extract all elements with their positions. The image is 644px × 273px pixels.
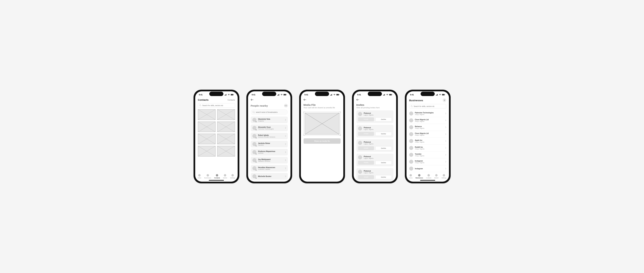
tab-home[interactable]: Home (409, 174, 412, 179)
search-input[interactable] (202, 105, 234, 106)
svg-rect-32 (389, 94, 392, 95)
search-input[interactable] (256, 111, 286, 113)
person-name: Kindness Mapaminau (258, 150, 284, 152)
business-row[interactable]: Apple Inc Abuja, Nigeria (409, 138, 446, 145)
contact-card[interactable] (198, 146, 216, 156)
phone-frame-people-nearby: 9:41 People nearby ((•)) Gbeminiyi (246, 90, 292, 183)
tab-settings[interactable]: Settings (230, 174, 235, 179)
contact-card[interactable] (198, 109, 216, 120)
home-indicator[interactable] (420, 180, 435, 181)
person-row[interactable]: Robert Ighalo Extreme Scrubb Ventures (251, 133, 288, 139)
tab-contacts[interactable]: Contacts (214, 174, 220, 179)
tab-bar: Home Businesses Contacts Market Settings (195, 173, 238, 179)
person-row[interactable]: Mitchelle Booker (251, 173, 288, 180)
svg-point-24 (253, 111, 254, 113)
business-name: Reddit Inc (415, 146, 444, 148)
avatar (252, 134, 256, 138)
phone-frame-media-file: 9:41 Media File Your card will be shared… (299, 90, 345, 183)
avatar (409, 160, 413, 164)
business-row[interactable]: Instagram (409, 165, 446, 172)
accept-button[interactable]: Accept (358, 132, 374, 136)
tab-settings[interactable]: Settings (442, 174, 446, 179)
contact-card[interactable] (217, 122, 235, 132)
person-row[interactable]: Gbeminiyi Sola Zugapay (251, 117, 288, 123)
page-title: Media File (304, 103, 340, 106)
decline-button[interactable]: Decline (375, 175, 392, 179)
person-company: Delloitte (258, 152, 284, 154)
accept-button[interactable]: Accept (358, 175, 374, 179)
search-box[interactable] (409, 104, 446, 108)
decline-button[interactable]: Decline (375, 161, 392, 165)
tab-market[interactable]: Market (223, 174, 227, 179)
svg-point-3 (200, 105, 201, 106)
tab-market[interactable]: Market (434, 174, 438, 179)
decline-button[interactable]: Decline (375, 117, 392, 121)
business-location: Abuja, Nigeria (415, 155, 444, 157)
contact-card[interactable] (217, 146, 235, 156)
svg-line-4 (201, 106, 201, 106)
business-row[interactable]: Youtube Abuja, Nigeria (409, 151, 446, 158)
search-input[interactable] (414, 105, 445, 107)
tab-contacts[interactable]: Contacts (426, 174, 431, 179)
wifi-icon (228, 94, 230, 96)
business-row[interactable]: Cisco Nigeria Ltd Abuja, Nigeria (409, 131, 446, 138)
contact-card-grid (198, 109, 235, 156)
chevron-right-icon (445, 161, 446, 163)
chevron-right-icon (445, 140, 446, 142)
chevron-right-icon (445, 113, 446, 114)
avatar (358, 126, 362, 130)
add-business-icon[interactable] (442, 98, 446, 102)
business-row[interactable]: Cisco Nigeria Ltd Abuja, Nigeria (409, 117, 446, 124)
header: Businesses (406, 97, 449, 103)
accept-button[interactable]: Accept (358, 146, 374, 150)
page-subtitle: Your card will be shared as amedia file (304, 107, 340, 109)
contact-card[interactable] (198, 122, 216, 132)
tab-bar: Home Businesses Contacts Market Settings (406, 173, 449, 179)
contact-card[interactable] (217, 109, 235, 120)
status-time: 9:41 (358, 94, 361, 96)
business-row[interactable]: Behance Abuja, Nigeria (409, 124, 446, 131)
person-company: Extreme Scrubb Ventures (258, 136, 284, 138)
invite-card: Pinterest Lagos, Nigeria Accept Decline (356, 168, 394, 181)
status-icons (278, 94, 287, 96)
person-row[interactable]: Herodias Ahaxeurues Guillotine Capitals (251, 165, 288, 172)
search-box[interactable] (251, 109, 288, 115)
accept-button[interactable]: Accept (358, 161, 374, 165)
status-icons (224, 94, 234, 96)
back-arrow-icon[interactable] (251, 99, 254, 101)
person-name: Joy Mafejopami (258, 158, 284, 160)
wireframe-canvas: 9:41 Contacts Contacts (194, 90, 451, 183)
back-arrow-icon[interactable] (304, 99, 306, 101)
person-row[interactable]: Kindness Mapaminau Delloitte (251, 149, 288, 155)
wifi-icon (333, 94, 336, 96)
contact-card[interactable] (217, 134, 235, 144)
person-row[interactable]: Janduku Bukar Nairabet (251, 141, 288, 147)
wifi-icon (280, 94, 283, 96)
business-row[interactable]: Instagram Abuja, Nigeria (409, 158, 446, 165)
business-row[interactable]: Palmview Technologies Abuja, Nigeria (409, 110, 446, 117)
share-media-button[interactable]: Share as media file (304, 138, 340, 144)
tab-home[interactable]: Home (198, 174, 201, 179)
wifi-icon (386, 94, 388, 96)
person-row[interactable]: Joy Mafejopami Talkative Ventures (251, 157, 288, 164)
search-box[interactable] (198, 103, 235, 108)
decline-button[interactable]: Decline (375, 146, 392, 150)
invite-location: Lagos, Nigeria (364, 143, 392, 145)
home-indicator[interactable] (209, 180, 224, 181)
contact-card[interactable] (198, 134, 216, 144)
business-row[interactable]: Reddit Inc Abuja, Nigeria (409, 145, 446, 151)
svg-rect-33 (392, 95, 392, 95)
tab-businesses[interactable]: Businesses (416, 174, 423, 179)
invite-location: Lagos, Nigeria (364, 114, 392, 116)
tab-businesses[interactable]: Businesses (204, 174, 211, 179)
notch (262, 92, 276, 96)
accept-button[interactable]: Accept (358, 117, 374, 121)
notch (368, 92, 382, 96)
back-arrow-icon[interactable] (356, 99, 359, 101)
broadcast-icon[interactable]: ((•)) (284, 104, 288, 107)
invite-location: Lagos, Nigeria (364, 172, 392, 174)
header-action-contacts[interactable]: Contacts (228, 99, 235, 101)
decline-button[interactable]: Decline (375, 132, 392, 136)
invite-name: Pinterest (364, 141, 392, 143)
person-row[interactable]: Alexander Kuye Palmview Technologies (251, 125, 288, 131)
